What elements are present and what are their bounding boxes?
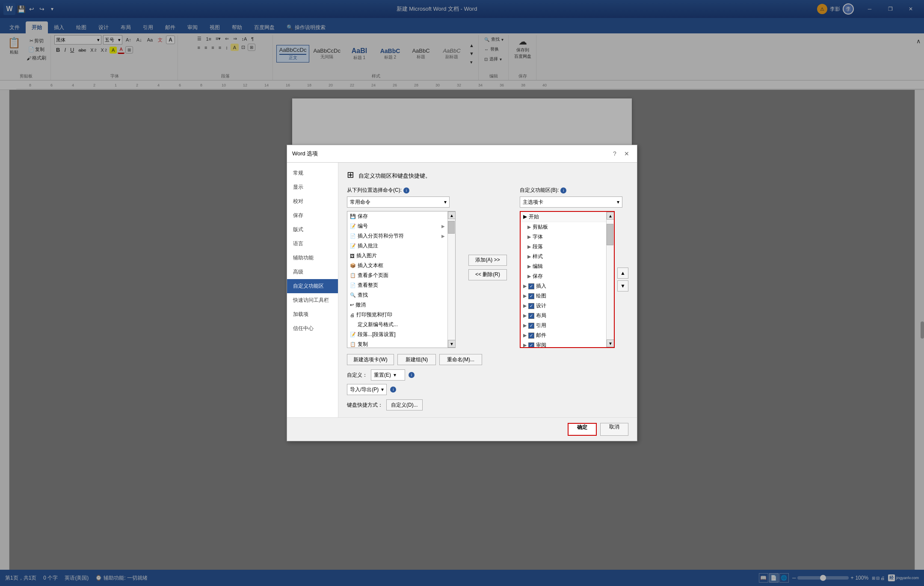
ribbon-list[interactable]: ▶开始 ▶剪贴板 ▶字体 ▶段落 ▶样式 ▶编辑 ▶保存 ▶插入 (520, 211, 615, 348)
nav-language[interactable]: 语言 (287, 237, 338, 251)
left-scroll-thumb (448, 221, 455, 234)
import-row: 导入/导出(P) ▾ i (347, 384, 628, 395)
cmd-print[interactable]: 🖨打印预览和打印 (347, 310, 447, 320)
order-buttons: ▲ ▼ (617, 211, 628, 348)
commands-dropdown-arrow: ▾ (444, 199, 447, 205)
ribbon-mailings-tab[interactable]: ▶邮件 (521, 330, 606, 340)
bottom-buttons-row: 新建选项卡(W) 新建组(N) 重命名(M)... (347, 354, 628, 365)
left-scroll-up[interactable]: ▲ (448, 211, 456, 219)
customize-row: 自定义： 重置(E) ▾ i (347, 369, 628, 381)
customize-shortcuts-button[interactable]: 自定义(D)... (386, 399, 423, 410)
nav-proofing[interactable]: 校对 (287, 194, 338, 208)
cmd-paragraph[interactable]: 📝段落...[段落设置] (347, 330, 447, 339)
new-tab-button[interactable]: 新建选项卡(W) (347, 354, 394, 365)
left-commands-panel: 从下列位置选择命令(C): i 常用命令 ▾ ▲ (347, 187, 456, 348)
ribbon-draw-tab[interactable]: ▶绘图 (521, 291, 606, 301)
ribbon-font[interactable]: ▶字体 (521, 232, 606, 242)
right-panel-label: 自定义功能区(B): i (520, 187, 628, 194)
dialog-body: 常规 显示 校对 保存 版式 语言 辅助功能 高级 自定义功能区 快速访问工具栏… (287, 163, 637, 417)
cancel-button[interactable]: 取消 (600, 423, 628, 436)
move-up-button[interactable]: ▲ (617, 268, 628, 279)
reset-dropdown-arrow: ▾ (394, 372, 396, 378)
ribbon-references-tab[interactable]: ▶引用 (521, 321, 606, 330)
left-info-icon[interactable]: i (403, 187, 409, 193)
left-scroll-down[interactable]: ▼ (448, 340, 456, 348)
custom-label: 自定义： (347, 372, 367, 379)
dialog-title-text: Word 选项 (292, 150, 318, 158)
cmd-save[interactable]: 💾保存 (347, 211, 447, 221)
center-action-buttons: 添加(A) >> << 删除(R) (464, 187, 511, 348)
reset-dropdown[interactable]: 重置(E) ▾ (371, 369, 405, 381)
ribbon-insert-tab[interactable]: ▶插入 (521, 281, 606, 291)
cmd-insert-pic[interactable]: 🖼插入图片 (347, 251, 447, 261)
ribbon-clipboard[interactable]: ▶剪贴板 (521, 222, 606, 232)
home-tab-header[interactable]: ▶开始 (521, 212, 606, 222)
import-info-icon[interactable]: i (390, 387, 396, 393)
ribbon-styles[interactable]: ▶样式 (521, 252, 606, 262)
two-panel-layout: 从下列位置选择命令(C): i 常用命令 ▾ ▲ (347, 187, 628, 348)
ribbon-save[interactable]: ▶保存 (521, 271, 606, 281)
word-options-dialog: Word 选项 ? ✕ 常规 显示 校对 保存 版式 语言 辅助功能 高级 自定… (287, 145, 637, 441)
commands-list[interactable]: ▲ ▼ 💾保存 📝编号▶ 📄插入分页符和分节符▶ (347, 211, 456, 348)
ribbon-review-tab[interactable]: ▶审阅 (521, 340, 606, 348)
move-down-button[interactable]: ▼ (617, 280, 628, 292)
reset-info-icon[interactable]: i (409, 372, 415, 378)
cmd-undo[interactable]: ↩撤消 (347, 300, 447, 310)
left-scrollbar: ▲ ▼ (447, 211, 455, 348)
right-info-icon[interactable]: i (560, 187, 566, 193)
nav-accessibility[interactable]: 辅助功能 (287, 251, 338, 265)
ribbon-design-tab[interactable]: ▶设计 (521, 301, 606, 311)
dialog-close-button[interactable]: ✕ (622, 149, 632, 159)
ribbon-paragraph[interactable]: ▶段落 (521, 242, 606, 252)
keyboard-row: 键盘快捷方式： 自定义(D)... (347, 399, 628, 410)
cmd-find[interactable]: 🔍查找 (347, 290, 447, 300)
import-export-dropdown[interactable]: 导入/导出(P) ▾ (347, 384, 387, 395)
confirm-button[interactable]: 确定 (568, 423, 597, 436)
right-scroll-track (607, 220, 614, 339)
right-ribbon-panel: 自定义功能区(B): i 主选项卡 ▾ (520, 187, 628, 348)
ribbon-dropdown[interactable]: 主选项卡 ▾ (520, 196, 622, 208)
commands-list-wrapper: ▲ ▼ 💾保存 📝编号▶ 📄插入分页符和分节符▶ (347, 211, 456, 348)
nav-trust-center[interactable]: 信任中心 (287, 321, 338, 336)
ribbon-dropdown-arrow: ▾ (617, 199, 619, 205)
remove-button[interactable]: << 删除(R) (468, 269, 507, 280)
nav-general[interactable]: 常规 (287, 166, 338, 180)
left-panel-label: 从下列位置选择命令(C): i (347, 187, 456, 194)
ribbon-editing[interactable]: ▶编辑 (521, 262, 606, 271)
nav-quick-access[interactable]: 快速访问工具栏 (287, 293, 338, 307)
dialog-title-bar: Word 选项 ? ✕ (287, 145, 637, 163)
nav-layout[interactable]: 版式 (287, 223, 338, 237)
cmd-insert-comment[interactable]: 📝插入批注 (347, 241, 447, 251)
left-scroll-track (448, 219, 455, 340)
right-scroll-down[interactable]: ▼ (607, 339, 614, 347)
nav-advanced[interactable]: 高级 (287, 265, 338, 279)
cmd-fullpage[interactable]: 📄查看整页 (347, 280, 447, 290)
right-scroll-up[interactable]: ▲ (607, 212, 614, 220)
dialog-footer: 确定 取消 (287, 417, 637, 441)
cmd-insert-break[interactable]: 📄插入分页符和分节符▶ (347, 231, 447, 241)
nav-display[interactable]: 显示 (287, 180, 338, 194)
rename-button[interactable]: 重命名(M)... (439, 354, 482, 365)
new-group-button[interactable]: 新建组(N) (397, 354, 436, 365)
cmd-multipage[interactable]: 📋查看多个页面 (347, 271, 447, 280)
right-list-wrapper: ▶开始 ▶剪贴板 ▶字体 ▶段落 ▶样式 ▶编辑 ▶保存 ▶插入 (520, 211, 628, 348)
cmd-copy[interactable]: 📋复制 (347, 339, 447, 348)
cmd-numbering[interactable]: 📝编号▶ (347, 221, 447, 231)
nav-save[interactable]: 保存 (287, 208, 338, 223)
nav-addins[interactable]: 加载项 (287, 307, 338, 321)
import-dropdown-arrow: ▾ (381, 387, 384, 393)
dialog-overlay: Word 选项 ? ✕ 常规 显示 校对 保存 版式 语言 辅助功能 高级 自定… (0, 0, 924, 586)
right-scrollbar: ▲ ▼ (606, 212, 614, 347)
cmd-insert-textbox[interactable]: 📦插入文本框 (347, 261, 447, 271)
dialog-title-buttons: ? ✕ (610, 149, 632, 159)
ribbon-layout-tab[interactable]: ▶布局 (521, 311, 606, 321)
dialog-help-button[interactable]: ? (610, 149, 620, 159)
nav-customize-ribbon[interactable]: 自定义功能区 (287, 279, 338, 293)
dialog-header-label: 自定义功能区和键盘快捷键。 (358, 173, 431, 179)
dialog-main-content: ⊞ 自定义功能区和键盘快捷键。 从下列位置选择命令(C): i 常用命令 ▾ (338, 163, 637, 417)
cmd-define-numbering[interactable]: 定义新编号格式... (347, 320, 447, 330)
keyboard-shortcut-label: 键盘快捷方式： (347, 402, 383, 409)
commands-dropdown[interactable]: 常用命令 ▾ (347, 196, 450, 208)
add-button[interactable]: 添加(A) >> (468, 255, 507, 266)
right-scroll-thumb (607, 224, 613, 245)
